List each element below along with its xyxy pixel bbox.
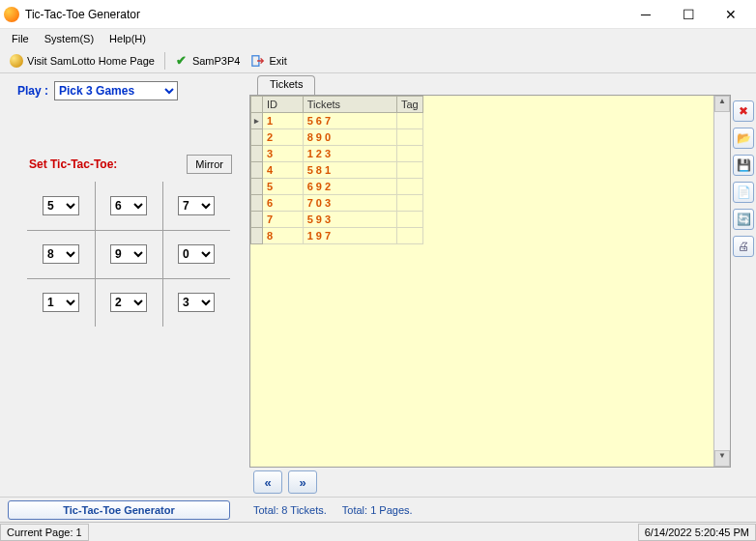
- cell-tickets: 5 8 1: [303, 162, 396, 179]
- grid-scrollbar[interactable]: ▲ ▼: [713, 96, 730, 467]
- maximize-button[interactable]: ☐: [667, 1, 710, 28]
- page-next-button[interactable]: »: [288, 470, 317, 494]
- grid-area: ID Tickets Tag 15 6 728 9 031 2 345 8 15…: [249, 95, 731, 468]
- ttt-cell-3[interactable]: 8: [43, 244, 79, 264]
- status-page: Current Page: 1: [0, 524, 89, 541]
- mirror-button[interactable]: Mirror: [187, 155, 232, 174]
- cell-tag: [396, 228, 422, 244]
- exit-button[interactable]: Exit: [246, 52, 292, 70]
- table-row[interactable]: 15 6 7: [251, 113, 423, 129]
- export-button[interactable]: 📄: [733, 182, 754, 203]
- play-label: Play :: [17, 84, 48, 98]
- table-row[interactable]: 67 0 3: [251, 195, 423, 212]
- exit-label: Exit: [269, 55, 286, 67]
- ttt-cell-4[interactable]: 9: [110, 244, 147, 264]
- row-header: [251, 195, 263, 212]
- save-button[interactable]: 💾: [733, 155, 754, 176]
- disk-icon: 💾: [737, 158, 751, 172]
- ttt-cell-6[interactable]: 1: [43, 293, 79, 312]
- cell-tag: [396, 212, 422, 228]
- refresh-icon: 🔄: [737, 213, 751, 226]
- cell-tag: [396, 162, 422, 179]
- delete-button[interactable]: ✖: [733, 100, 754, 122]
- toolbar: Visit SamLotto Home Page ✔ SamP3P4 Exit: [0, 48, 756, 73]
- scroll-down-icon[interactable]: ▼: [714, 450, 730, 467]
- refresh-button[interactable]: 🔄: [733, 209, 754, 230]
- menu-help[interactable]: Help(H): [102, 31, 154, 46]
- cell-id: 1: [262, 113, 303, 129]
- folder-icon: 📂: [737, 131, 751, 145]
- exit-icon: [251, 54, 265, 68]
- cell-tickets: 6 9 2: [303, 179, 396, 195]
- cell-id: 3: [262, 146, 303, 162]
- cell-id: 8: [262, 228, 303, 244]
- globe-icon: [10, 54, 23, 68]
- ttt-grid: 5 6 7 8 9 0 1 2 3: [27, 182, 230, 327]
- cell-tickets: 5 9 3: [303, 212, 396, 228]
- col-tag[interactable]: Tag: [396, 97, 422, 113]
- cell-tickets: 8 9 0: [303, 129, 396, 146]
- total-pages: Total: 1 Pages.: [342, 504, 413, 516]
- main-area: Play : Pick 3 Games Set Tic-Tac-Toe: Mir…: [0, 73, 756, 497]
- status-bar: Current Page: 1 6/14/2022 5:20:45 PM: [0, 522, 756, 541]
- menu-file[interactable]: File: [4, 31, 37, 46]
- close-button[interactable]: ✕: [710, 1, 752, 28]
- table-row[interactable]: 45 8 1: [251, 162, 423, 179]
- app-icon: [4, 7, 19, 22]
- visit-home-button[interactable]: Visit SamLotto Home Page: [4, 52, 160, 70]
- table-row[interactable]: 81 9 7: [251, 228, 423, 244]
- row-header: [251, 179, 263, 195]
- check-icon: ✔: [175, 54, 189, 68]
- row-header: [251, 212, 263, 228]
- ttt-label: Set Tic-Tac-Toe:: [29, 157, 117, 171]
- toolbar-sep: [164, 52, 165, 70]
- print-icon: 🖨: [738, 240, 749, 253]
- table-row[interactable]: 31 2 3: [251, 146, 423, 162]
- row-header: [251, 228, 263, 244]
- samp3p4-button[interactable]: ✔ SamP3P4: [169, 52, 247, 70]
- table-row[interactable]: 56 9 2: [251, 179, 423, 195]
- cell-tag: [396, 113, 422, 129]
- scroll-up-icon[interactable]: ▲: [714, 96, 730, 112]
- cell-id: 4: [262, 162, 303, 179]
- cell-tag: [396, 146, 422, 162]
- center-panel: Tickets ID Tickets Tag 15 6 728 9 031 2 …: [249, 73, 731, 497]
- page-first-button[interactable]: «: [253, 470, 282, 494]
- left-panel: Play : Pick 3 Games Set Tic-Tac-Toe: Mir…: [0, 73, 249, 497]
- right-toolbar: ✖ 📂 💾 📄 🔄 🖨: [731, 73, 756, 497]
- cell-tickets: 1 2 3: [303, 146, 396, 162]
- cell-tickets: 5 6 7: [303, 113, 396, 129]
- play-select[interactable]: Pick 3 Games: [54, 81, 178, 100]
- row-header: [251, 162, 263, 179]
- ttt-cell-5[interactable]: 0: [178, 244, 215, 264]
- col-id[interactable]: ID: [262, 97, 303, 113]
- ttt-cell-0[interactable]: 5: [43, 196, 79, 215]
- cell-id: 5: [262, 179, 303, 195]
- cell-tag: [396, 129, 422, 146]
- cell-id: 2: [262, 129, 303, 146]
- table-row[interactable]: 75 9 3: [251, 212, 423, 228]
- menu-system[interactable]: System(S): [37, 31, 102, 46]
- tab-tickets[interactable]: Tickets: [257, 75, 315, 95]
- cell-tickets: 7 0 3: [303, 195, 396, 212]
- ttt-cell-8[interactable]: 3: [178, 293, 215, 312]
- row-header: [251, 113, 263, 129]
- ttt-cell-2[interactable]: 7: [178, 196, 215, 215]
- table-row[interactable]: 28 9 0: [251, 129, 423, 146]
- open-button[interactable]: 📂: [733, 128, 754, 149]
- status-datetime: 6/14/2022 5:20:45 PM: [638, 524, 756, 541]
- cell-tag: [396, 195, 422, 212]
- row-header: [251, 129, 263, 146]
- ttt-cell-7[interactable]: 2: [110, 293, 147, 312]
- bottom-bar: Tic-Tac-Toe Generator Total: 8 Tickets. …: [0, 497, 756, 522]
- col-tickets[interactable]: Tickets: [303, 97, 396, 113]
- pager: « »: [249, 468, 731, 497]
- cell-tickets: 1 9 7: [303, 228, 396, 244]
- minimize-button[interactable]: ─: [625, 1, 667, 28]
- generate-button[interactable]: Tic-Tac-Toe Generator: [8, 500, 230, 520]
- print-button[interactable]: 🖨: [733, 236, 754, 257]
- ttt-cell-1[interactable]: 6: [110, 196, 147, 215]
- cell-tag: [396, 179, 422, 195]
- row-header: [251, 146, 263, 162]
- menubar: File System(S) Help(H): [0, 29, 756, 48]
